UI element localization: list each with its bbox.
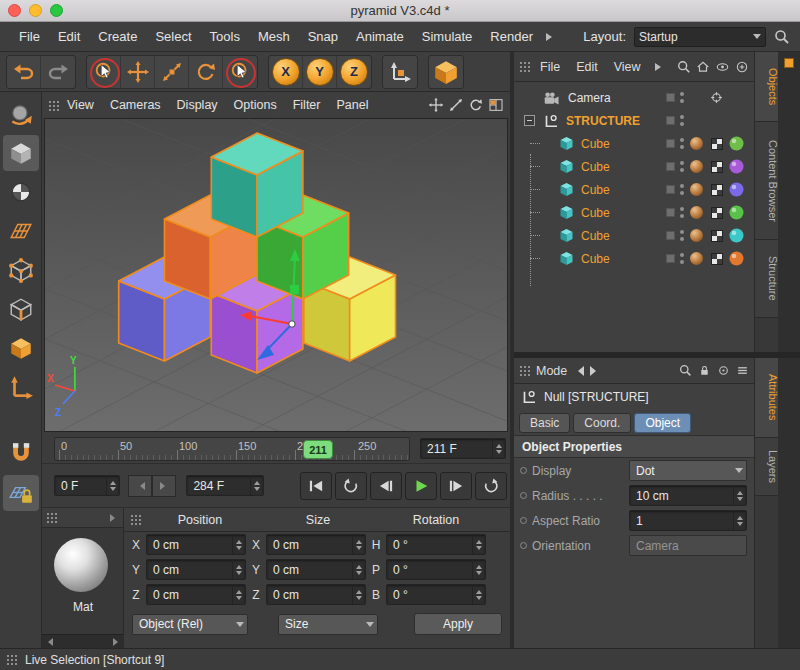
- menu-animate[interactable]: Animate: [347, 29, 413, 44]
- panel-grip-icon[interactable]: [519, 365, 530, 376]
- play-backwards-button[interactable]: [335, 472, 367, 500]
- menu-render[interactable]: Render: [481, 29, 542, 44]
- menu-mesh[interactable]: Mesh: [249, 29, 299, 44]
- material-tag-icon[interactable]: [690, 252, 703, 265]
- menu-edit[interactable]: Edit: [49, 29, 89, 44]
- lock-icon[interactable]: [698, 364, 711, 377]
- rotate-tool-button[interactable]: [189, 56, 223, 88]
- viewport-menu-filter[interactable]: Filter: [285, 98, 329, 112]
- size-mode-dropdown[interactable]: Size: [278, 614, 378, 635]
- next-frame-button[interactable]: [440, 472, 472, 500]
- layer-chip[interactable]: [666, 93, 675, 102]
- material-ball[interactable]: [729, 136, 744, 151]
- zoom-window-button[interactable]: [50, 4, 63, 17]
- material-tag-icon[interactable]: [690, 183, 703, 196]
- panel-grip-icon[interactable]: [6, 654, 17, 665]
- model-mode-button[interactable]: [3, 135, 39, 171]
- nav-forward-icon[interactable]: [590, 366, 601, 376]
- size-y-field[interactable]: 0 cm: [266, 559, 366, 580]
- y-axis-lock-button[interactable]: Y: [303, 56, 337, 88]
- stepper-arrows[interactable]: [492, 439, 505, 458]
- frame-forward-button[interactable]: [152, 475, 176, 497]
- stepper-arrows[interactable]: [232, 560, 245, 579]
- edge-mode-button[interactable]: [3, 291, 39, 327]
- points-mode-button[interactable]: [3, 252, 39, 288]
- panel-grip-icon[interactable]: [46, 512, 57, 523]
- viewport-rotate-icon[interactable]: [468, 97, 484, 113]
- om-menu-edit[interactable]: Edit: [570, 60, 604, 74]
- viewport-pan-icon[interactable]: [428, 97, 444, 113]
- texture-tag-icon[interactable]: [711, 184, 723, 196]
- goto-start-button[interactable]: [300, 472, 332, 500]
- camera-target-icon[interactable]: [709, 90, 724, 105]
- visibility-dots[interactable]: [680, 253, 684, 264]
- menu-overflow-icon[interactable]: [655, 63, 665, 71]
- stepper-arrows[interactable]: [106, 476, 119, 495]
- position-mode-dropdown[interactable]: Object (Rel): [132, 614, 248, 635]
- tab-basic[interactable]: Basic: [519, 413, 570, 433]
- scale-tool-button[interactable]: [155, 56, 189, 88]
- search-icon[interactable]: [774, 29, 790, 45]
- menu-create[interactable]: Create: [89, 29, 146, 44]
- tree-row-cube-3[interactable]: Cube: [514, 178, 754, 201]
- tree-row-camera[interactable]: Camera: [514, 86, 754, 109]
- size-x-field[interactable]: 0 cm: [266, 534, 366, 555]
- make-editable-button[interactable]: [3, 96, 39, 132]
- last-used-tool-button[interactable]: [223, 56, 257, 88]
- keyframe-dot-icon[interactable]: [520, 542, 527, 549]
- redo-button[interactable]: [41, 56, 75, 88]
- panel-menu-icon[interactable]: [110, 514, 119, 522]
- scroll-left-icon[interactable]: [44, 638, 53, 646]
- menu-simulate[interactable]: Simulate: [413, 29, 482, 44]
- stepper-arrows[interactable]: [472, 535, 485, 554]
- stepper-arrows[interactable]: [472, 560, 485, 579]
- layer-chip[interactable]: [666, 254, 675, 263]
- start-frame-field[interactable]: 0 F: [54, 475, 120, 496]
- material-tag-icon[interactable]: [690, 229, 703, 242]
- target-icon[interactable]: [717, 364, 730, 377]
- material-tag-icon[interactable]: [690, 137, 703, 150]
- cube-pyramid[interactable]: [119, 133, 396, 373]
- visibility-dots[interactable]: [680, 207, 684, 218]
- keyframe-dot-icon[interactable]: [520, 467, 527, 474]
- material-name[interactable]: Mat: [42, 600, 124, 614]
- live-selection-tool-button[interactable]: [87, 56, 121, 88]
- add-cube-primitive-button[interactable]: [429, 56, 463, 88]
- layer-chip[interactable]: [666, 231, 675, 240]
- apply-button[interactable]: Apply: [414, 613, 502, 635]
- viewport-canvas[interactable]: Y X Z: [44, 118, 508, 432]
- am-mode-menu[interactable]: Mode: [536, 364, 567, 378]
- layer-chip[interactable]: [666, 139, 675, 148]
- tab-object[interactable]: Object: [634, 413, 691, 433]
- viewport-menu-display[interactable]: Display: [169, 98, 226, 112]
- panel-grip-icon[interactable]: [130, 514, 141, 525]
- display-dropdown[interactable]: Dot: [629, 460, 747, 481]
- layer-chip[interactable]: [666, 208, 675, 217]
- timeline-ruler[interactable]: 0 50 100 150 200 250 211: [54, 437, 410, 461]
- move-tool-button[interactable]: [121, 56, 155, 88]
- rot-b-field[interactable]: 0 °: [386, 584, 486, 605]
- rot-p-field[interactable]: 0 °: [386, 559, 486, 580]
- keyframe-dot-icon[interactable]: [520, 492, 527, 499]
- om-add-icon[interactable]: [735, 60, 749, 74]
- viewport-menu-view[interactable]: View: [59, 98, 102, 112]
- stepper-arrows[interactable]: [352, 560, 365, 579]
- workplane-mode-button[interactable]: [3, 213, 39, 249]
- menu-select[interactable]: Select: [146, 29, 200, 44]
- stepper-arrows[interactable]: [250, 476, 263, 495]
- pos-x-field[interactable]: 0 cm: [146, 534, 246, 555]
- menu-file[interactable]: File: [10, 29, 49, 44]
- tree-row-cube-6[interactable]: Cube: [514, 247, 754, 270]
- layer-chip[interactable]: [666, 185, 675, 194]
- texture-mode-button[interactable]: [3, 174, 39, 210]
- tab-structure[interactable]: Structure: [755, 240, 779, 318]
- collapse-expander-icon[interactable]: [524, 115, 535, 126]
- minimize-window-button[interactable]: [29, 4, 42, 17]
- snap-button[interactable]: [3, 436, 39, 472]
- visibility-dots[interactable]: [680, 115, 684, 126]
- texture-tag-icon[interactable]: [711, 161, 723, 173]
- material-ball[interactable]: [729, 159, 744, 174]
- visibility-dots[interactable]: [680, 92, 684, 103]
- nav-back-icon[interactable]: [573, 366, 584, 376]
- menu-overflow-icon[interactable]: [546, 33, 556, 41]
